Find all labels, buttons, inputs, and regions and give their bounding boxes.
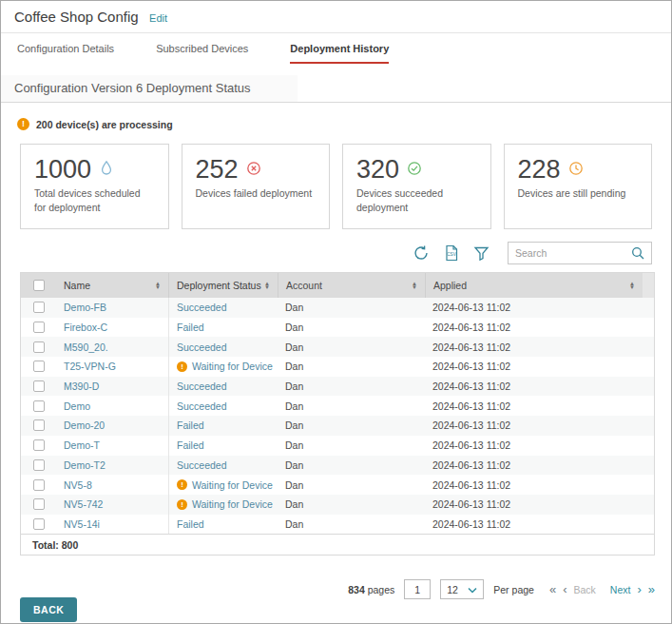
last-page-icon[interactable] xyxy=(648,582,655,596)
device-name-link[interactable]: NV5-8 xyxy=(64,479,92,491)
pending-devices-label: Devices are still pending xyxy=(518,186,639,201)
total-label: Total: 800 xyxy=(32,539,78,551)
row-checkbox[interactable] xyxy=(33,400,45,412)
deployment-status: Waiting for Device xyxy=(192,361,273,372)
table-row: DemoSucceededDan2024-06-13 11:02 xyxy=(21,396,654,416)
row-checkbox[interactable] xyxy=(33,459,45,471)
pages-label: pages xyxy=(368,584,395,595)
pages-summary: 834 pages xyxy=(348,584,394,595)
tab-deployment-history[interactable]: Deployment History xyxy=(290,43,389,64)
column-header-name: Name xyxy=(64,280,153,291)
back-button[interactable]: BACK xyxy=(20,597,77,622)
sort-icon[interactable] xyxy=(410,282,419,290)
account-cell: Dan xyxy=(278,518,425,530)
page-number-input[interactable] xyxy=(404,579,431,599)
next-page-label[interactable]: Next xyxy=(610,584,631,595)
table-row: Demo-20FailedDan2024-06-13 11:02 xyxy=(21,416,654,436)
account-cell: Dan xyxy=(278,419,425,431)
device-name-link[interactable]: Demo-T2 xyxy=(64,459,106,471)
row-checkbox[interactable] xyxy=(33,498,45,510)
deployment-status: Succeeded xyxy=(177,341,227,353)
account-cell: Dan xyxy=(278,498,425,510)
account-cell: Dan xyxy=(278,302,425,313)
sort-icon[interactable] xyxy=(153,282,163,290)
row-checkbox[interactable] xyxy=(33,518,45,530)
deployment-status: Failed xyxy=(177,419,204,431)
tab-bar: Configuration Details Subscribed Devices… xyxy=(1,33,671,64)
device-name-link[interactable]: M390-D xyxy=(64,380,99,392)
succeeded-devices-value: 320 xyxy=(356,155,399,185)
device-name-link[interactable]: Demo-20 xyxy=(64,419,105,431)
card-pending-devices: 228 Devices are still pending xyxy=(504,144,653,229)
device-name-link[interactable]: NV5-742 xyxy=(64,498,103,510)
device-name-link[interactable]: M590_20. xyxy=(64,341,108,353)
header-spacer xyxy=(643,273,654,298)
per-page-select[interactable]: 12 xyxy=(440,579,484,599)
sort-icon[interactable] xyxy=(262,282,272,290)
table-header: Name Deployment Status Account Applied xyxy=(21,273,654,298)
filter-icon[interactable] xyxy=(473,245,490,262)
per-page-label: Per page xyxy=(493,584,534,595)
back-page-label: Back xyxy=(573,584,595,595)
processing-alert: 200 device(s) are processing xyxy=(17,118,671,130)
row-checkbox[interactable] xyxy=(33,380,45,392)
warning-icon xyxy=(177,361,187,372)
section-title: Configuration Version 6 Deployment Statu… xyxy=(1,75,298,102)
deployment-status: Succeeded xyxy=(177,380,227,392)
applied-cell: 2024-06-13 11:02 xyxy=(425,419,654,431)
table-row: NV5-742Waiting for DeviceDan2024-06-13 1… xyxy=(21,495,654,515)
account-cell: Dan xyxy=(278,400,425,412)
warning-icon xyxy=(177,499,187,510)
device-name-link[interactable]: Demo xyxy=(64,400,90,412)
chevron-down-icon xyxy=(468,584,477,595)
pages-count: 834 xyxy=(348,584,365,595)
table-row: T25-VPN-GWaiting for DeviceDan2024-06-13… xyxy=(21,357,654,377)
per-page-value: 12 xyxy=(447,584,458,595)
card-succeeded-devices: 320 Devices succeeded deployment xyxy=(342,144,491,229)
device-name-link[interactable]: Demo-T xyxy=(64,439,100,451)
alert-text: 200 device(s) are processing xyxy=(36,119,173,130)
account-cell: Dan xyxy=(278,380,425,392)
account-cell: Dan xyxy=(278,479,425,491)
account-cell: Dan xyxy=(278,341,425,353)
applied-cell: 2024-06-13 11:02 xyxy=(425,479,654,491)
deployment-table: Name Deployment Status Account Applied D… xyxy=(20,272,655,556)
applied-cell: 2024-06-13 11:02 xyxy=(425,322,654,333)
tab-subscribed-devices[interactable]: Subscribed Devices xyxy=(156,43,248,64)
table-row: Demo-FBSucceededDan2024-06-13 11:02 xyxy=(21,298,654,318)
device-name-link[interactable]: Firebox-C xyxy=(64,322,107,333)
export-csv-icon[interactable]: CSV xyxy=(444,244,459,262)
deployment-status: Failed xyxy=(177,518,204,530)
device-name-link[interactable]: Demo-FB xyxy=(64,302,106,313)
failed-devices-label: Devices failed deployment xyxy=(196,186,317,201)
device-name-link[interactable]: NV5-14i xyxy=(64,518,100,530)
search-box xyxy=(508,242,652,264)
refresh-icon[interactable] xyxy=(413,244,430,262)
table-row: Demo-T2SucceededDan2024-06-13 11:02 xyxy=(21,456,654,476)
circle-x-icon xyxy=(246,161,261,180)
previous-page-icon[interactable] xyxy=(563,582,566,596)
droplet-icon xyxy=(99,160,114,181)
edit-link[interactable]: Edit xyxy=(149,12,167,24)
next-page-icon[interactable] xyxy=(637,582,641,596)
tab-configuration-details[interactable]: Configuration Details xyxy=(17,43,114,64)
deployment-status: Failed xyxy=(177,439,204,451)
select-all-checkbox[interactable] xyxy=(33,280,45,291)
table-toolbar: CSV xyxy=(20,242,652,264)
first-page-icon[interactable] xyxy=(549,582,556,596)
row-checkbox[interactable] xyxy=(33,419,45,431)
clock-icon xyxy=(568,161,584,180)
row-checkbox[interactable] xyxy=(33,361,45,372)
sort-icon[interactable] xyxy=(627,282,637,290)
row-checkbox[interactable] xyxy=(33,341,45,353)
failed-devices-value: 252 xyxy=(196,155,239,185)
back-row: BACK xyxy=(20,597,671,622)
row-checkbox[interactable] xyxy=(33,322,45,333)
row-checkbox[interactable] xyxy=(33,439,45,451)
search-input[interactable] xyxy=(515,247,631,259)
row-checkbox[interactable] xyxy=(33,302,45,313)
row-checkbox[interactable] xyxy=(33,479,45,491)
applied-cell: 2024-06-13 11:02 xyxy=(425,459,654,471)
device-name-link[interactable]: T25-VPN-G xyxy=(64,361,116,372)
search-icon[interactable] xyxy=(631,246,644,260)
